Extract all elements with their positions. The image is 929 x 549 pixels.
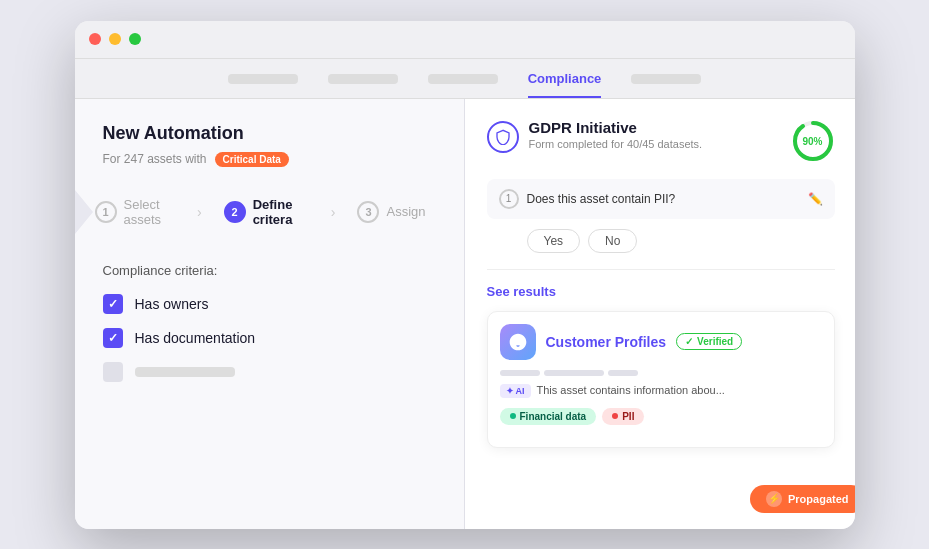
step-3-num: 3 [357, 201, 379, 223]
financial-dot [510, 413, 516, 419]
gdpr-icon [487, 121, 519, 153]
tab-placeholder-1[interactable] [228, 74, 298, 84]
customer-card: Customer Profiles ✓ Verified ✦ AI [487, 311, 835, 448]
criteria-title: Compliance criteria: [103, 263, 440, 278]
question-text: Does this asset contain PII? [527, 192, 800, 206]
tab-compliance[interactable]: Compliance [528, 71, 602, 98]
meta-dot-2 [544, 370, 604, 376]
right-divider [487, 269, 835, 270]
verified-badge: ✓ Verified [676, 333, 742, 350]
ai-badge: ✦ AI [500, 384, 531, 398]
gdpr-left: GDPR Initiative Form completed for 40/45… [487, 119, 703, 153]
customer-name: Customer Profiles [546, 334, 667, 350]
step-1[interactable]: 1 Select assets [75, 189, 195, 235]
no-button[interactable]: No [588, 229, 637, 253]
criteria-label-docs: Has documentation [135, 330, 256, 346]
criteria-placeholder [135, 367, 235, 377]
yn-row: Yes No [487, 229, 835, 253]
critical-data-badge: Critical Data [215, 152, 289, 167]
app-window: Compliance New Automation For 247 assets… [75, 21, 855, 529]
checkbox-owners[interactable] [103, 294, 123, 314]
criteria-item-2: Has documentation [103, 328, 440, 348]
tab-placeholder-3[interactable] [428, 74, 498, 84]
criteria-label-owners: Has owners [135, 296, 209, 312]
automation-title: New Automation [103, 123, 440, 144]
subtitle-row: For 247 assets with Critical Data [103, 152, 440, 167]
customer-icon [500, 324, 536, 360]
right-panel: GDPR Initiative Form completed for 40/45… [465, 99, 855, 529]
step-arrow-1: › [197, 204, 202, 220]
checkbox-empty[interactable] [103, 362, 123, 382]
meta-dots [500, 370, 822, 376]
see-results-label: See results [487, 284, 835, 299]
nav-tabs: Compliance [75, 59, 855, 99]
criteria-item-3 [103, 362, 440, 382]
question-num: 1 [499, 189, 519, 209]
checkbox-docs[interactable] [103, 328, 123, 348]
progress-circle: 90% [791, 119, 835, 163]
step-1-label: Select assets [124, 197, 181, 227]
step-3[interactable]: 3 Assign [337, 193, 439, 231]
ai-description: ✦ AI This asset contains information abo… [500, 384, 822, 398]
left-panel: New Automation For 247 assets with Criti… [75, 99, 465, 529]
tag-pii: PII [602, 408, 644, 425]
pii-dot [612, 413, 618, 419]
subtitle-text: For 247 assets with [103, 152, 207, 166]
step-2-num: 2 [224, 201, 246, 223]
content-area: New Automation For 247 assets with Criti… [75, 99, 855, 529]
maximize-dot[interactable] [129, 33, 141, 45]
step-2[interactable]: 2 Define critera [204, 189, 329, 235]
gdpr-subtitle: Form completed for 40/45 datasets. [529, 138, 703, 150]
tab-placeholder-2[interactable] [328, 74, 398, 84]
tab-placeholder-5[interactable] [631, 74, 701, 84]
tags-row: Financial data PII [500, 408, 822, 425]
ai-text: This asset contains information abou... [537, 384, 725, 396]
close-dot[interactable] [89, 33, 101, 45]
minimize-dot[interactable] [109, 33, 121, 45]
question-row: 1 Does this asset contain PII? ✏️ [487, 179, 835, 219]
step-arrow-2: › [331, 204, 336, 220]
gdpr-title: GDPR Initiative [529, 119, 703, 136]
steps-row: 1 Select assets › 2 Define critera › 3 A… [75, 189, 440, 235]
progress-text: 90% [802, 135, 822, 146]
edit-icon[interactable]: ✏️ [808, 192, 823, 206]
yes-button[interactable]: Yes [527, 229, 581, 253]
meta-dot-1 [500, 370, 540, 376]
titlebar [75, 21, 855, 59]
tag-financial: Financial data [500, 408, 597, 425]
meta-dot-3 [608, 370, 638, 376]
gdpr-info: GDPR Initiative Form completed for 40/45… [529, 119, 703, 150]
step-2-label: Define critera [253, 197, 315, 227]
criteria-item-1: Has owners [103, 294, 440, 314]
gdpr-header: GDPR Initiative Form completed for 40/45… [487, 119, 835, 163]
step-1-num: 1 [95, 201, 117, 223]
propagated-badge: ⚡ Propagated [750, 485, 855, 513]
card-header: Customer Profiles ✓ Verified [500, 324, 822, 360]
step-3-label: Assign [386, 204, 425, 219]
propagated-icon: ⚡ [766, 491, 782, 507]
